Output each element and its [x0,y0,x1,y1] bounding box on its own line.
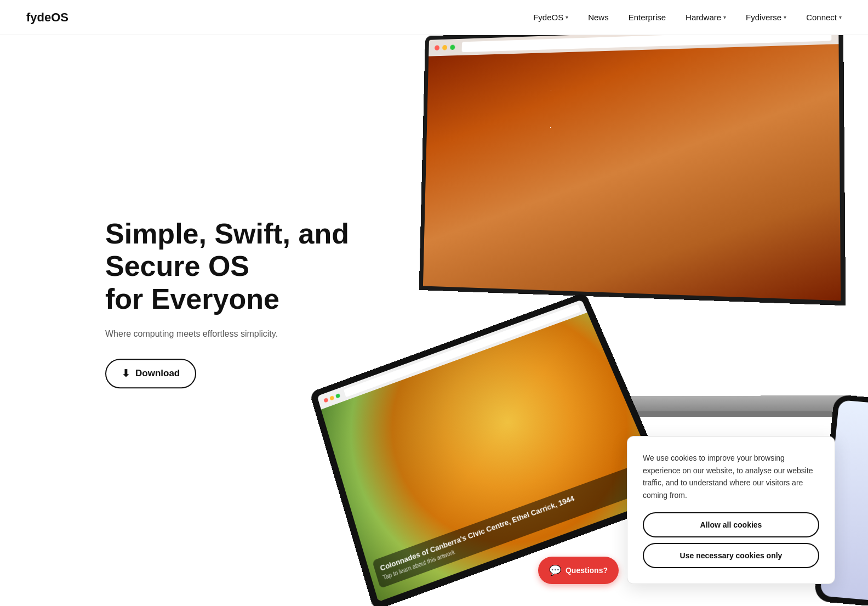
hero-content: Simple, Swift, and Secure OS for Everyon… [105,218,379,388]
chevron-down-icon: ▾ [566,14,568,20]
browser-max-dot [450,45,455,50]
nav-links: FydeOS ▾ News Enterprise Hardware ▾ Fydi… [533,13,842,22]
browser-min-dot [442,45,447,50]
cookie-message: We use cookies to improve your browsing … [643,452,819,501]
tablet-close-dot [323,398,328,403]
nav-logo[interactable]: fydeOS [26,10,68,25]
tablet-min-dot [329,395,334,401]
laptop-screen-inner [423,26,841,301]
hero-subtitle: Where computing meets effortless simplic… [105,329,379,339]
cookie-banner: We use cookies to improve your browsing … [627,436,835,584]
nav-item-connect[interactable]: Connect ▾ [806,13,842,22]
chevron-down-icon: ▾ [839,14,842,20]
hero-title: Simple, Swift, and Secure OS for Everyon… [105,218,379,316]
nav-item-enterprise[interactable]: Enterprise [629,13,666,22]
chat-label: Questions? [566,566,608,575]
necessary-cookies-button[interactable]: Use necessary cookies only [643,543,819,568]
chevron-down-icon: ▾ [723,14,726,20]
laptop-screen [419,21,846,306]
nav-item-news[interactable]: News [588,13,609,22]
laptop-wallpaper [423,44,841,301]
nav-item-fydeos[interactable]: FydeOS ▾ [533,13,568,22]
chat-icon: 💬 [549,564,561,576]
browser-close-dot [435,45,439,50]
chevron-down-icon: ▾ [784,14,786,20]
navbar: fydeOS FydeOS ▾ News Enterprise Hardware… [0,0,868,35]
tablet-max-dot [335,393,340,399]
nav-item-fydiverse[interactable]: Fydiverse ▾ [746,13,786,22]
nav-item-hardware[interactable]: Hardware ▾ [686,13,726,22]
download-button[interactable]: ⬇ Download [105,359,196,388]
download-icon: ⬇ [122,367,130,380]
allow-all-cookies-button[interactable]: Allow all cookies [643,512,819,537]
chat-button[interactable]: 💬 Questions? [538,557,619,584]
